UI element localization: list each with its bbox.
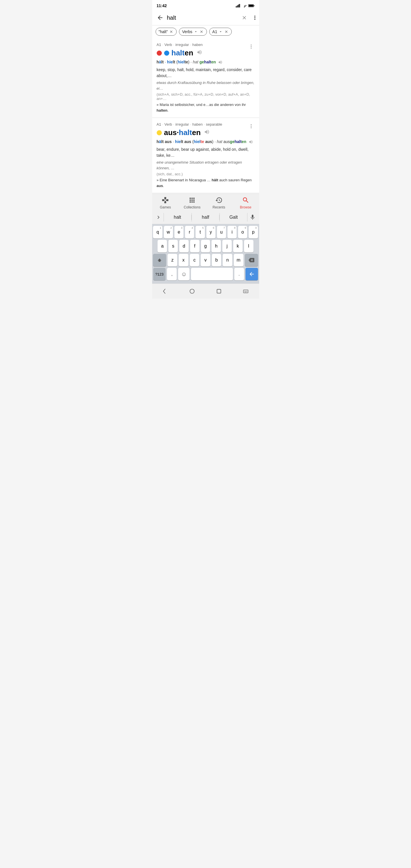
key-r[interactable]: 4r — [185, 226, 194, 239]
nav-back-button[interactable] — [157, 286, 174, 297]
chip-close-halt[interactable] — [169, 29, 173, 34]
audio-icon-forms[interactable] — [218, 60, 223, 64]
key-z[interactable]: z — [167, 254, 177, 267]
signal-icon — [236, 4, 240, 7]
entry-conj-halten: irregular — [175, 42, 189, 47]
entry-level-halten: A1 — [157, 42, 161, 47]
header: 🇩🇪 — [152, 10, 259, 25]
key-b[interactable]: b — [212, 254, 221, 267]
entry-grammar-halten: (sich+A, sich+D, acc., für+A, zu+D, von+… — [157, 92, 255, 101]
clear-search-button[interactable] — [242, 13, 247, 22]
key-q[interactable]: 1q — [153, 226, 162, 239]
filter-chip-a1[interactable]: A1 — [209, 28, 232, 36]
key-y[interactable]: 6y — [207, 226, 216, 239]
recents-icon — [215, 196, 223, 204]
audio-icon-halten[interactable] — [197, 50, 202, 57]
mic-button[interactable] — [248, 212, 258, 222]
recents-label: Recents — [213, 205, 225, 209]
back-button[interactable] — [156, 13, 165, 22]
keyboard-row-4: ?123 , ☺ . — [153, 268, 258, 280]
key-c[interactable]: c — [190, 254, 199, 267]
search-input[interactable] — [167, 14, 239, 21]
audio-icon-aushalten[interactable] — [204, 129, 210, 136]
key-backspace[interactable] — [245, 254, 258, 267]
key-i[interactable]: 8i — [227, 226, 236, 239]
nav-item-browse[interactable]: Browse — [236, 196, 256, 209]
nav-item-collections[interactable]: Collections — [182, 196, 202, 209]
key-comma[interactable]: , — [167, 268, 177, 280]
status-time: 11:42 — [157, 3, 167, 8]
nav-item-recents[interactable]: Recents — [209, 196, 229, 209]
chip-label-a1: A1 — [212, 29, 217, 34]
nav-item-games[interactable]: Games — [155, 196, 175, 209]
suggestion-half[interactable]: half — [192, 215, 220, 220]
entry-word-row-aushalten: aus·halten — [157, 128, 255, 137]
svg-rect-6 — [254, 5, 254, 6]
filter-chip-halt[interactable]: "halt" — [156, 28, 177, 36]
chip-close-verbs[interactable] — [199, 29, 204, 34]
chip-arrow-verbs — [193, 29, 198, 34]
entry-grammar-aushalten: (sich, dat., acc.) — [157, 172, 255, 176]
chip-close-a1[interactable] — [224, 29, 229, 34]
key-enter[interactable] — [246, 268, 258, 280]
key-n[interactable]: n — [223, 254, 232, 267]
svg-point-4 — [244, 6, 245, 7]
more-options-button[interactable] — [252, 13, 258, 22]
search-bar[interactable] — [167, 14, 239, 21]
key-d[interactable]: d — [179, 240, 189, 252]
svg-rect-10 — [243, 290, 248, 293]
key-numbers[interactable]: ?123 — [153, 268, 166, 280]
key-l[interactable]: l — [244, 240, 253, 252]
entry-aux-halten: haben — [192, 42, 203, 47]
key-g[interactable]: g — [201, 240, 210, 252]
suggestion-galt[interactable]: Galt — [220, 215, 247, 220]
games-icon — [161, 196, 169, 204]
key-space[interactable] — [191, 268, 232, 280]
key-e[interactable]: 3e — [175, 226, 184, 239]
entry-italic-halten: etwas durch Kraftausübung in Ruhe belass… — [157, 80, 255, 91]
key-s[interactable]: s — [168, 240, 178, 252]
key-a[interactable]: a — [158, 240, 167, 252]
key-u[interactable]: 7u — [217, 226, 226, 239]
key-m[interactable]: m — [234, 254, 244, 267]
entry-meta-aushalten: A1 · Verb · irregular · haben · separabl… — [157, 122, 255, 126]
key-t[interactable]: 5t — [195, 226, 204, 239]
key-x[interactable]: x — [179, 254, 188, 267]
key-w[interactable]: 2w — [164, 226, 173, 239]
entry-more-halten[interactable] — [247, 42, 256, 51]
nav-home-button[interactable] — [184, 286, 201, 297]
key-h[interactable]: h — [212, 240, 221, 252]
key-o[interactable]: 9o — [238, 226, 247, 239]
headword-prefix: aus· — [164, 128, 179, 137]
svg-rect-3 — [239, 4, 240, 7]
svg-point-8 — [190, 289, 194, 293]
emoji-nav-bar: Games Collections Recents Browse — [152, 194, 259, 211]
entry-card-halten: A1 · Verb · irregular · haben halten — [152, 38, 259, 117]
browse-label: Browse — [240, 205, 251, 209]
entry-meta-halten: A1 · Verb · irregular · haben — [157, 42, 255, 47]
key-j[interactable]: j — [222, 240, 232, 252]
audio-icon-forms2[interactable] — [249, 140, 253, 144]
key-v[interactable]: v — [201, 254, 210, 267]
entry-word-row-halten: halten — [157, 49, 255, 57]
entry-aux-aushalten: haben — [192, 122, 203, 126]
key-k[interactable]: k — [233, 240, 243, 252]
headword-highlight: halt — [171, 49, 185, 57]
nav-keyboard-button[interactable] — [237, 286, 254, 297]
nav-recents-button[interactable] — [210, 286, 227, 297]
suggestion-arrow[interactable] — [153, 212, 163, 222]
key-period[interactable]: . — [234, 268, 244, 280]
entry-level-aushalten: A1 — [157, 122, 161, 126]
suggestion-halt[interactable]: halt — [164, 215, 191, 220]
entry-more-aushalten[interactable] — [247, 122, 256, 131]
key-shift[interactable] — [153, 254, 166, 267]
svg-rect-16 — [245, 292, 246, 292]
key-f[interactable]: f — [190, 240, 199, 252]
svg-rect-17 — [247, 292, 248, 292]
filter-chip-verbs[interactable]: Verbs — [179, 28, 207, 36]
status-icons — [236, 4, 255, 7]
key-emoji[interactable]: ☺ — [178, 268, 190, 280]
svg-rect-0 — [236, 6, 236, 7]
suggestions-bar: halt half Galt — [152, 211, 259, 224]
key-p[interactable]: 0p — [249, 226, 258, 239]
